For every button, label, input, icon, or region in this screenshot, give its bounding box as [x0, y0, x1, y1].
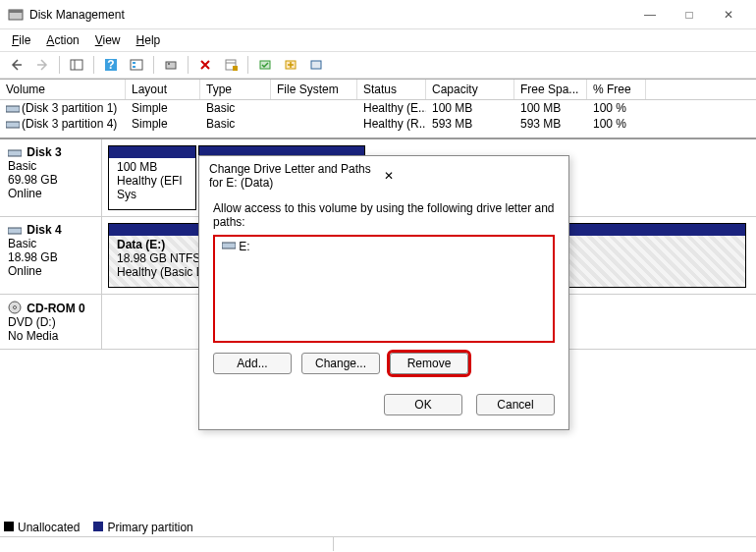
disk-info[interactable]: Disk 4Basic18.98 GBOnline — [0, 217, 102, 294]
disk-mgmt-icon — [8, 7, 24, 23]
svg-rect-6 — [131, 60, 142, 70]
volume-list: Volume Layout Type File System Status Ca… — [0, 79, 756, 132]
col-fs[interactable]: File System — [271, 80, 357, 99]
svg-rect-1 — [9, 10, 23, 13]
forward-button[interactable] — [31, 54, 53, 76]
svg-rect-13 — [233, 66, 238, 71]
maximize-button[interactable]: □ — [670, 1, 709, 28]
settings-button[interactable] — [126, 54, 147, 76]
cancel-button[interactable]: Cancel — [476, 394, 555, 415]
svg-rect-7 — [133, 62, 135, 64]
dialog-close-button[interactable]: ✕ — [380, 169, 559, 183]
delete-button[interactable] — [194, 54, 216, 76]
menu-action[interactable]: Action — [40, 31, 84, 49]
minimize-button[interactable]: — — [630, 1, 670, 28]
remove-button[interactable]: Remove — [390, 353, 468, 374]
properties-button[interactable] — [220, 54, 242, 76]
toolbar: ? — [0, 51, 756, 79]
statusbar — [0, 536, 756, 552]
col-capacity[interactable]: Capacity — [426, 80, 514, 99]
action2-button[interactable] — [280, 54, 301, 76]
col-type[interactable]: Type — [200, 80, 271, 99]
window-title: Disk Management — [29, 8, 630, 22]
col-status[interactable]: Status — [357, 80, 426, 99]
ok-button[interactable]: OK — [384, 394, 462, 415]
action1-button[interactable] — [254, 54, 276, 76]
svg-point-10 — [168, 63, 170, 65]
drive-icon — [6, 104, 20, 114]
help-button[interactable]: ? — [100, 54, 122, 76]
dialog-prompt: Allow access to this volume by using the… — [213, 201, 555, 229]
drive-icon — [8, 226, 22, 236]
legend-primary: Primary partition — [93, 521, 192, 534]
svg-rect-16 — [311, 61, 321, 69]
drive-icon — [222, 241, 236, 250]
svg-text:?: ? — [107, 58, 114, 72]
dialog-title: Change Drive Letter and Paths for E: (Da… — [209, 162, 380, 190]
action3-button[interactable] — [305, 54, 327, 76]
change-button[interactable]: Change... — [301, 353, 380, 374]
add-button[interactable]: Add... — [213, 353, 292, 374]
svg-rect-19 — [8, 150, 22, 156]
svg-rect-18 — [6, 122, 20, 128]
svg-rect-9 — [166, 62, 176, 69]
svg-rect-23 — [222, 243, 236, 248]
svg-rect-8 — [133, 66, 135, 68]
volume-list-header: Volume Layout Type File System Status Ca… — [0, 80, 756, 100]
drive-icon — [8, 148, 22, 158]
drive-paths-list[interactable]: E: — [213, 235, 555, 343]
svg-rect-20 — [8, 228, 22, 234]
legend: Unallocated Primary partition — [4, 521, 193, 534]
change-drive-letter-dialog: Change Drive Letter and Paths for E: (Da… — [198, 155, 569, 430]
menu-view[interactable]: View — [89, 31, 127, 49]
col-layout[interactable]: Layout — [126, 80, 200, 99]
drive-path-item[interactable]: E: — [215, 237, 553, 256]
col-volume[interactable]: Volume — [0, 80, 126, 99]
svg-rect-2 — [71, 60, 82, 70]
svg-point-22 — [14, 306, 17, 309]
titlebar: Disk Management — □ ✕ — [0, 0, 756, 29]
volume-row[interactable]: (Disk 3 partition 4)SimpleBasicHealthy (… — [0, 116, 756, 132]
drive-icon — [6, 120, 20, 130]
col-free[interactable]: Free Spa... — [514, 80, 587, 99]
disk-info[interactable]: Disk 3Basic69.98 GBOnline — [0, 139, 102, 216]
menubar: File Action View Help — [0, 29, 756, 51]
volume-row[interactable]: (Disk 3 partition 1)SimpleBasicHealthy (… — [0, 100, 756, 116]
menu-help[interactable]: Help — [131, 31, 167, 49]
col-pct[interactable]: % Free — [587, 80, 646, 99]
legend-unallocated: Unallocated — [4, 521, 80, 534]
menu-file[interactable]: File — [6, 31, 36, 49]
optical-icon — [8, 301, 22, 314]
refresh-button[interactable] — [160, 54, 182, 76]
svg-rect-17 — [6, 106, 20, 112]
disk-info[interactable]: CD-ROM 0DVD (D:)No Media — [0, 295, 102, 349]
close-button[interactable]: ✕ — [709, 1, 748, 28]
partition[interactable]: 100 MBHealthy (EFI Sys — [108, 145, 196, 210]
back-button[interactable] — [6, 54, 27, 76]
show-hide-button[interactable] — [66, 54, 87, 76]
